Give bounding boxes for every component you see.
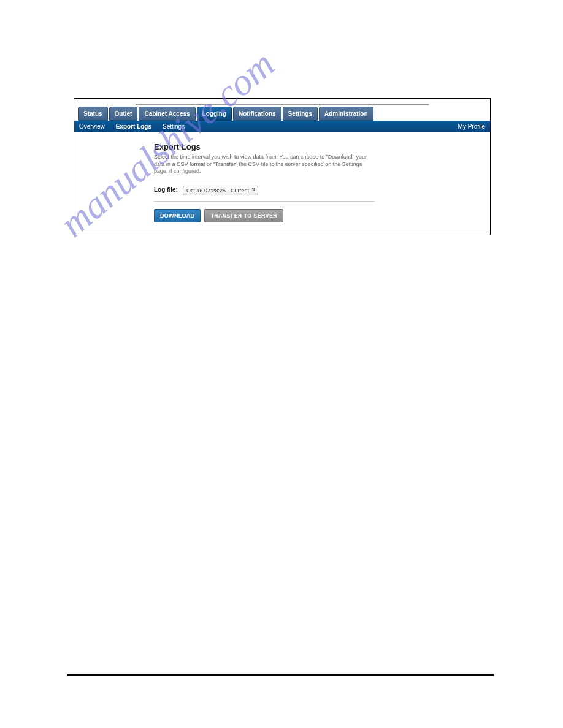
log-file-row: Log file: Oct 16 07:28:25 - Current ⇅ — [154, 184, 480, 195]
log-file-select[interactable]: Oct 16 07:28:25 - Current ⇅ — [183, 184, 258, 195]
form-divider — [154, 201, 375, 202]
tab-status[interactable]: Status — [78, 107, 108, 121]
content-area: Export Logs Select the time interval you… — [74, 132, 490, 235]
tab-cabinet-access[interactable]: Cabinet Access — [139, 107, 195, 121]
transfer-to-server-button[interactable]: TRANSFER TO SERVER — [204, 209, 283, 222]
top-divider — [136, 99, 429, 105]
page-footer-rule — [67, 674, 494, 676]
tab-administration[interactable]: Administration — [319, 107, 373, 121]
log-file-label: Log file: — [154, 186, 178, 193]
log-file-selected-value: Oct 16 07:28:25 - Current — [183, 186, 258, 195]
sub-nav-bar: Overview Export Logs Settings My Profile — [74, 121, 490, 132]
subnav-overview[interactable]: Overview — [79, 123, 105, 130]
button-row: DOWNLOAD TRANSFER TO SERVER — [154, 209, 480, 222]
tab-outlet[interactable]: Outlet — [109, 107, 138, 121]
main-tab-bar: Status Outlet Cabinet Access Logging Not… — [74, 105, 490, 121]
app-window: Status Outlet Cabinet Access Logging Not… — [74, 98, 491, 235]
subnav-settings[interactable]: Settings — [163, 123, 185, 130]
my-profile-link[interactable]: My Profile — [458, 123, 485, 130]
subnav-export-logs[interactable]: Export Logs — [116, 123, 151, 130]
page-title: Export Logs — [154, 142, 480, 151]
tab-notifications[interactable]: Notifications — [233, 107, 282, 121]
download-button[interactable]: DOWNLOAD — [154, 209, 201, 222]
page-description: Select the time interval you wish to vie… — [154, 154, 375, 175]
tab-logging[interactable]: Logging — [197, 107, 232, 121]
tab-settings[interactable]: Settings — [283, 107, 318, 121]
